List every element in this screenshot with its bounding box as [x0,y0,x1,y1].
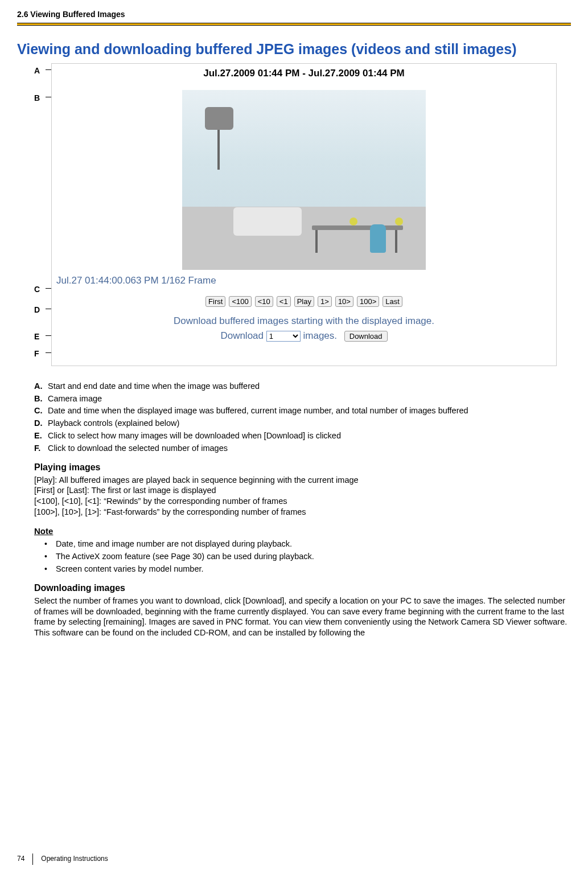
note-list: Date, time and image number are not disp… [44,539,571,575]
downloading-heading: Downloading images [34,582,571,594]
label-c: C [34,284,40,294]
legend-key-d: D. [34,418,48,429]
legend-key-e: E. [34,430,48,441]
legend-e: Click to select how many images will be … [48,430,341,441]
legend-key-f: F. [34,443,48,454]
footer: 74 Operating Instructions [17,854,108,865]
legend-key-b: B. [34,393,48,404]
download-button[interactable]: Download [344,331,388,342]
play-button[interactable]: Play [294,296,314,307]
note-item-2: Screen content varies by model number. [44,564,571,575]
legend-key-a: A. [34,381,48,392]
viewer-panel: Jul.27.2009 01:44 PM - Jul.27.2009 01:44… [51,63,557,366]
playing-heading: Playing images [34,462,571,474]
legend: A.Start and end date and time when the i… [34,381,571,454]
playing-line-1: [First] or [Last]: The first or last ima… [34,485,571,496]
last-button[interactable]: Last [383,296,402,307]
note-item-1: The ActiveX zoom feature (see Page 30) c… [44,551,571,562]
back-10-button[interactable]: <10 [255,296,273,307]
playing-line-3: [100>], [10>], [1>]: “Fast-forwards” by … [34,507,571,518]
legend-key-c: C. [34,405,48,416]
note-item-0: Date, time and image number are not disp… [44,539,571,549]
fwd-1-button[interactable]: 1> [318,296,332,307]
first-button[interactable]: First [205,296,225,307]
note-heading: Note [34,526,571,537]
playing-line-2: [<100], [<10], [<1]: “Rewinds” by the co… [34,496,571,507]
label-e: E [34,331,39,342]
section-header: 2.6 Viewing Buffered Images [17,9,571,19]
legend-a: Start and end date and time when the ima… [48,381,260,392]
label-f: F [34,348,39,359]
image-status: Jul.27 01:44:00.063 PM 1/162 Frame [52,270,556,287]
label-d: D [34,305,40,315]
downloading-body: Select the number of frames you want to … [34,596,571,638]
back-100-button[interactable]: <100 [229,296,251,307]
download-label: Download [220,330,264,341]
label-a: A [34,65,40,76]
legend-f: Click to download the selected number of… [48,443,228,454]
legend-c: Date and time when the displayed image w… [48,405,468,416]
download-suffix: images. [303,330,337,341]
label-b: B [34,93,40,103]
fwd-10-button[interactable]: 10> [335,296,353,307]
playback-controls: First <100 <10 <1 Play 1> 10> 100> Last [52,296,556,307]
page-number: 74 [17,855,32,864]
figure: A B C D E F Jul.27.2009 01:44 PM - Jul.2… [34,63,558,371]
legend-b: Camera image [48,393,102,404]
footer-title: Operating Instructions [41,855,108,864]
download-count-select[interactable]: 1 [266,331,301,342]
back-1-button[interactable]: <1 [277,296,291,307]
fwd-100-button[interactable]: 100> [357,296,379,307]
camera-image [182,90,426,270]
date-range: Jul.27.2009 01:44 PM - Jul.27.2009 01:44… [52,64,556,80]
download-prompt: Download buffered images starting with t… [52,315,556,327]
playing-line-0: [Play]: All buffered images are played b… [34,475,571,486]
legend-d: Playback controls (explained below) [48,418,179,429]
page-title: Viewing and downloading buffered JPEG im… [17,40,571,59]
